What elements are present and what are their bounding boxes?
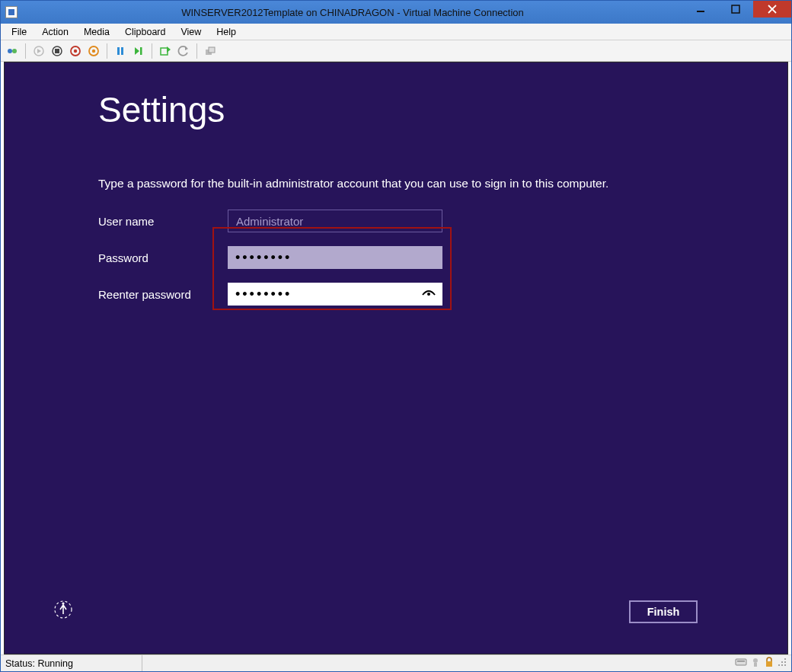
svg-point-35 [781, 664, 783, 666]
svg-point-25 [62, 602, 64, 604]
svg-marker-19 [167, 46, 171, 53]
disk-activity-icon [735, 657, 747, 670]
svg-rect-1 [732, 5, 739, 13]
reset-button[interactable] [130, 43, 147, 59]
menu-bar: File Action Media Clipboard View Help [1, 24, 791, 40]
vm-screen: Settings Type a password for the built-i… [4, 62, 788, 654]
svg-rect-9 [55, 49, 59, 53]
finish-button[interactable]: Finish [629, 600, 698, 623]
svg-rect-17 [140, 47, 142, 55]
settings-form: User name Administrator Password Reenter… [98, 203, 677, 312]
share-button[interactable] [202, 43, 219, 59]
toolbar-separator [25, 43, 26, 59]
svg-point-4 [8, 49, 12, 53]
start-button-disabled [30, 43, 47, 59]
checkpoint-button[interactable] [157, 43, 174, 59]
reenter-password-label: Reenter password [98, 288, 228, 301]
svg-point-13 [92, 49, 95, 52]
svg-rect-22 [209, 47, 215, 53]
maximize-button[interactable] [718, 1, 753, 18]
svg-point-34 [778, 664, 780, 666]
svg-rect-26 [736, 659, 746, 665]
menu-clipboard[interactable]: Clipboard [117, 25, 174, 39]
svg-rect-30 [766, 661, 772, 667]
status-text: Status: Running [4, 655, 142, 671]
toolbar-separator [152, 43, 152, 59]
app-icon [5, 6, 18, 18]
svg-point-31 [784, 658, 786, 660]
ctrl-alt-del-button[interactable] [4, 43, 21, 59]
resize-grip-icon[interactable] [778, 658, 787, 669]
minimize-button[interactable] [683, 1, 718, 18]
password-label: Password [98, 251, 228, 264]
page-title: Settings [98, 89, 225, 130]
svg-point-23 [427, 293, 430, 296]
reveal-password-icon[interactable] [421, 287, 436, 301]
svg-point-33 [784, 661, 786, 663]
close-button[interactable] [753, 1, 791, 18]
shutdown-button[interactable] [67, 43, 84, 59]
svg-marker-16 [135, 47, 139, 55]
window-titlebar: WINSERVER2012Template on CHINADRAGON - V… [1, 1, 791, 24]
toolbar-separator [107, 43, 107, 59]
svg-rect-14 [117, 47, 120, 55]
pause-button[interactable] [112, 43, 129, 59]
network-icon [750, 657, 761, 670]
username-label: User name [98, 215, 228, 228]
menu-help[interactable]: Help [209, 25, 244, 39]
window-title: WINSERVER2012Template on CHINADRAGON - V… [22, 7, 683, 18]
svg-rect-29 [754, 663, 757, 667]
menu-action[interactable]: Action [34, 25, 76, 39]
ease-of-access-icon[interactable] [53, 599, 74, 623]
menu-media[interactable]: Media [76, 25, 117, 39]
svg-point-32 [781, 661, 783, 663]
revert-button[interactable] [175, 43, 192, 59]
page-subtitle: Type a password for the built-in adminis… [98, 177, 608, 190]
username-field: Administrator [228, 210, 442, 232]
svg-point-36 [784, 664, 786, 666]
svg-point-28 [753, 658, 758, 663]
svg-rect-18 [161, 48, 168, 55]
save-button[interactable] [85, 43, 102, 59]
svg-marker-7 [37, 49, 41, 53]
menu-file[interactable]: File [4, 25, 34, 39]
menu-view[interactable]: View [173, 25, 209, 39]
toolbar [1, 40, 791, 62]
svg-point-11 [74, 49, 77, 52]
reenter-password-input[interactable] [228, 283, 442, 306]
turn-off-button[interactable] [49, 43, 65, 59]
svg-point-5 [12, 49, 17, 53]
toolbar-separator [196, 43, 197, 59]
svg-rect-27 [737, 661, 745, 662]
svg-rect-15 [121, 47, 123, 55]
status-bar: Status: Running [1, 654, 791, 671]
password-input[interactable] [228, 246, 442, 269]
lock-icon [764, 657, 774, 670]
